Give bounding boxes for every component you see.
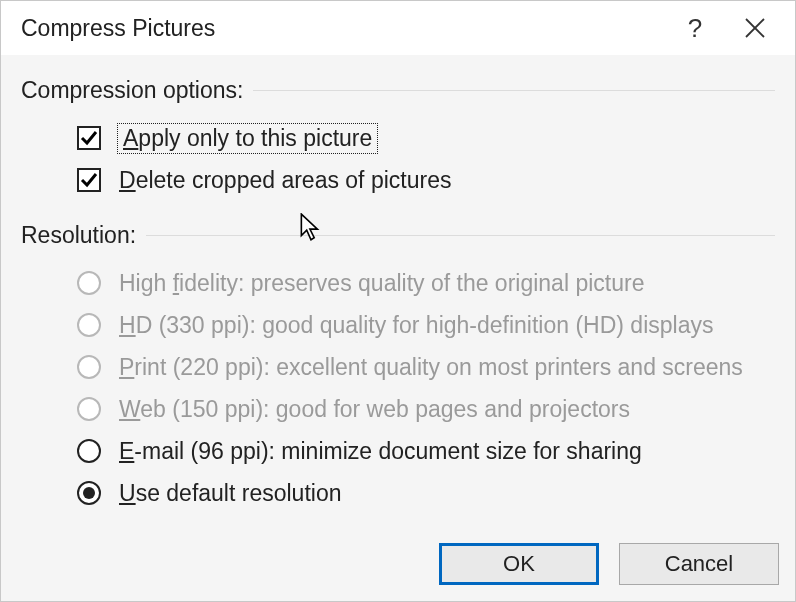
ok-button[interactable]: OK <box>439 543 599 585</box>
resolution-option-web-150: Web (150 ppi): good for web pages and pr… <box>77 389 775 429</box>
close-icon <box>744 17 766 39</box>
resolution-radio-web-150 <box>77 397 101 421</box>
resolution-option-hd-330: HD (330 ppi): good quality for high-defi… <box>77 305 775 345</box>
resolution-option-print-220: Print (220 ppi): excellent quality on mo… <box>77 347 775 387</box>
resolution-options: High fidelity: preserves quality of the … <box>21 263 775 513</box>
resolution-header: Resolution: <box>21 222 775 249</box>
close-button[interactable] <box>725 1 785 55</box>
help-button[interactable]: ? <box>665 1 725 55</box>
resolution-label-email-96: E-mail (96 ppi): minimize document size … <box>119 438 642 465</box>
apply-only-label: Apply only to this picture <box>119 125 376 152</box>
cancel-button[interactable]: Cancel <box>619 543 779 585</box>
title-bar: Compress Pictures ? <box>1 1 795 55</box>
resolution-option-high-fidelity: High fidelity: preserves quality of the … <box>77 263 775 303</box>
delete-cropped-label: Delete cropped areas of pictures <box>119 167 451 194</box>
resolution-option-default-resolution[interactable]: Use default resolution <box>77 473 775 513</box>
resolution-option-email-96[interactable]: E-mail (96 ppi): minimize document size … <box>77 431 775 471</box>
resolution-label-web-150: Web (150 ppi): good for web pages and pr… <box>119 396 630 423</box>
resolution-radio-hd-330 <box>77 313 101 337</box>
apply-only-checkbox[interactable] <box>77 126 101 150</box>
dialog-title: Compress Pictures <box>21 15 665 42</box>
compression-options-header: Compression options: <box>21 77 775 104</box>
delete-cropped-checkbox[interactable] <box>77 168 101 192</box>
compress-pictures-dialog: Compress Pictures ? Compression options:… <box>0 0 796 602</box>
resolution-radio-print-220 <box>77 355 101 379</box>
checkmark-icon <box>80 171 98 189</box>
resolution-label-default-resolution: Use default resolution <box>119 480 341 507</box>
resolution-label-print-220: Print (220 ppi): excellent quality on mo… <box>119 354 743 381</box>
checkmark-icon <box>80 129 98 147</box>
dialog-body: Compression options: Apply only to this … <box>1 55 795 535</box>
delete-cropped-option[interactable]: Delete cropped areas of pictures <box>77 160 775 200</box>
resolution-radio-default-resolution[interactable] <box>77 481 101 505</box>
resolution-label-high-fidelity: High fidelity: preserves quality of the … <box>119 270 644 297</box>
apply-only-option[interactable]: Apply only to this picture <box>77 118 775 158</box>
radio-dot-icon <box>83 487 95 499</box>
resolution-label-hd-330: HD (330 ppi): good quality for high-defi… <box>119 312 713 339</box>
resolution-radio-high-fidelity <box>77 271 101 295</box>
resolution-radio-email-96[interactable] <box>77 439 101 463</box>
dialog-footer: OK Cancel <box>1 535 795 601</box>
